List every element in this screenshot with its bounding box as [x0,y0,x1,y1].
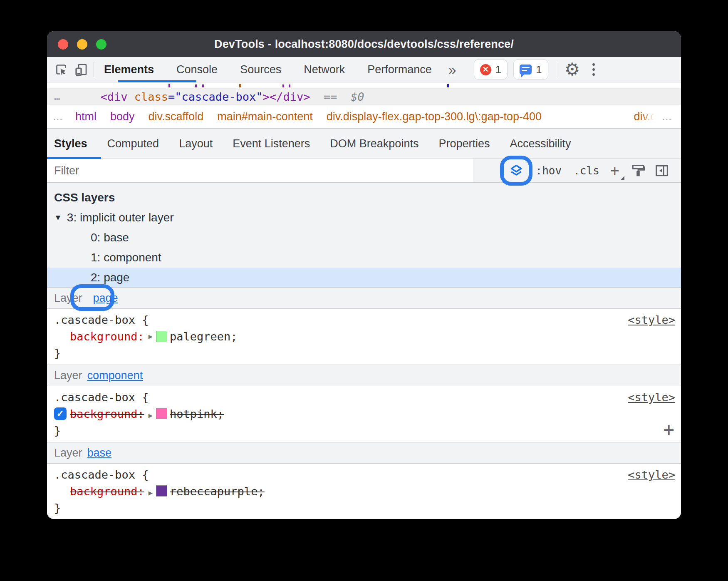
equals-sign: == [324,90,337,103]
tab-properties[interactable]: Properties [438,137,490,150]
expand-shorthand-icon[interactable]: ▶ [149,332,153,340]
tab-layout[interactable]: Layout [179,137,213,150]
layer-label: Layer [54,447,82,459]
css-property-value[interactable]: palegreen; [170,330,238,343]
error-count-badge[interactable]: ✕ 1 [474,60,508,79]
settings-gear-icon[interactable]: ⚙ [565,61,580,78]
breadcrumb-truncated[interactable]: div.c [634,110,656,123]
tab-network[interactable]: Network [304,63,345,76]
selected-element-code: <div class="cascade-box"></div> == $0 [100,90,364,103]
layer-tree-item-page[interactable]: 2: page [47,268,681,288]
three-dot-menu-icon[interactable] [592,63,595,76]
declaration-checkbox[interactable]: ✓ [54,407,67,420]
breadcrumb-div-scaffold[interactable]: div.scaffold [149,110,204,123]
breadcrumb-div-display-flex[interactable]: div.display-flex.gap-top-300.lg\:gap-top… [327,110,542,123]
declaration-row[interactable]: background:▶rebeccapurple; [47,483,681,499]
window-title: DevTools - localhost:8080/docs/devtools/… [47,38,681,51]
css-property-value[interactable]: rebeccapurple; [170,485,265,498]
tab-event-listeners[interactable]: Event Listeners [233,137,310,150]
tag-close[interactable]: ></div> [263,90,310,103]
add-declaration-button[interactable]: + [664,420,675,439]
tab-dom-breakpoints[interactable]: DOM Breakpoints [330,137,418,150]
color-swatch[interactable] [156,485,167,497]
sidebar-tab-strip: Styles Computed Layout Event Listeners D… [47,129,681,159]
tab-performance[interactable]: Performance [367,63,432,76]
tab-accessibility[interactable]: Accessibility [510,137,571,150]
color-swatch[interactable] [156,331,167,342]
new-style-rule-button[interactable]: + [607,162,623,180]
breadcrumb-right-overflow[interactable]: … [662,111,673,122]
style-source-link[interactable]: <style> [628,313,675,326]
message-bubble-icon [520,65,532,74]
css-property-value[interactable]: hotpink; [170,407,224,420]
style-source-link[interactable]: <style> [628,391,675,404]
breadcrumb-html[interactable]: html [75,110,97,123]
sidebar-toggle-icon[interactable] [651,162,673,179]
more-tabs-chevron[interactable]: » [448,62,456,78]
tag-open[interactable]: <div [100,90,127,103]
closing-brace: } [54,347,61,360]
layer-link-component[interactable]: component [87,369,143,382]
breadcrumb-main-content[interactable]: main#main-content [217,110,313,123]
issues-count-badge[interactable]: 1 [513,60,548,79]
toolbar-divider-2 [556,62,556,77]
css-layers-title: CSS layers [47,188,681,208]
styles-tab-underline [47,157,101,159]
rule-block-base: .cascade-box { <style> background:▶rebec… [47,464,681,519]
layer-tree-root[interactable]: ▼ 3: implicit outer layer [47,208,681,228]
rule-selector[interactable]: .cascade-box { [54,313,149,326]
expand-shorthand-icon[interactable]: ▶ [149,489,153,497]
rendering-brush-icon[interactable] [629,163,648,179]
closing-brace: } [54,502,61,514]
device-toolbar-icon[interactable] [73,61,89,78]
layer-root-label: 3: implicit outer layer [67,211,174,224]
rule-selector[interactable]: .cascade-box { [54,468,149,481]
css-layers-toggle-button[interactable] [504,160,528,181]
title-bar: DevTools - localhost:8080/docs/devtools/… [47,31,681,57]
breadcrumb-left-overflow[interactable]: … [53,111,64,122]
attr-name[interactable]: class [134,90,168,103]
css-property-name[interactable]: background: [70,407,144,420]
tab-computed[interactable]: Computed [107,137,159,150]
layer-header-component: Layer component [47,365,681,386]
elements-tab-underline [118,80,196,82]
tab-sources[interactable]: Sources [240,63,281,76]
layer-tree-item-base[interactable]: 0: base [47,228,681,248]
layer-label: Layer [54,369,82,382]
declaration-row[interactable]: background:▶palegreen; [47,328,681,345]
toggle-element-state-button[interactable]: :hov [532,164,566,177]
color-swatch[interactable] [156,408,167,419]
rule-block-page: .cascade-box { <style> background:▶paleg… [47,309,681,365]
rule-block-component: .cascade-box { <style> ✓background:▶hotp… [47,386,681,442]
breadcrumb-body[interactable]: body [110,110,135,123]
style-source-link[interactable]: <style> [628,468,675,481]
layer-tree-item-component[interactable]: 1: component [47,248,681,268]
devtools-toolbar: Elements Console Sources Network Perform… [47,57,681,82]
tab-elements[interactable]: Elements [104,63,154,76]
inspect-element-icon[interactable] [53,61,69,78]
breadcrumb: … html body div.scaffold main#main-conte… [47,105,681,129]
dom-selected-element-row[interactable]: … <div class="cascade-box"></div> == $0 [47,88,681,105]
styles-filter-bar: :hov .cls + [47,159,681,183]
closing-brace: } [54,424,61,437]
error-count: 1 [495,63,501,76]
dollar-zero: $0 [351,90,364,103]
declaration-row[interactable]: ✓background:▶hotpink; [47,405,681,422]
layer-link-base[interactable]: base [87,447,112,459]
css-property-name[interactable]: background: [70,330,144,343]
dom-more-button[interactable]: … [54,91,61,102]
tab-styles[interactable]: Styles [54,137,87,150]
element-classes-button[interactable]: .cls [569,164,604,177]
rule-selector[interactable]: .cascade-box { [54,391,149,404]
filter-input[interactable] [47,159,473,182]
attr-value[interactable]: ="cascade-box" [168,90,263,103]
layer-link-page[interactable]: page [93,292,118,305]
layer-header-base: Layer base [47,442,681,464]
tree-expand-arrow-icon[interactable]: ▼ [54,213,62,222]
clipped-dom-text [47,82,681,88]
tab-console[interactable]: Console [176,63,218,76]
layer-label: Layer [54,292,82,305]
layer-header-page: Layer page [47,287,681,309]
css-property-name[interactable]: background: [70,485,144,498]
expand-shorthand-icon[interactable]: ▶ [149,411,153,420]
